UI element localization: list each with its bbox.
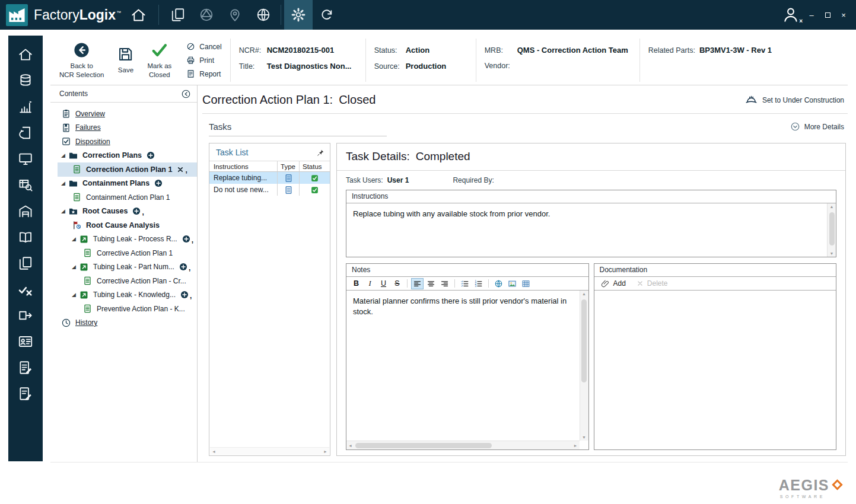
web-icon[interactable] <box>249 0 278 30</box>
document-copy-icon[interactable] <box>8 250 43 276</box>
remove-plan-button[interactable] <box>177 166 184 173</box>
tree-expander-icon[interactable]: ◢ <box>72 292 79 298</box>
tree-item-tubing-leak-part-num[interactable]: ◢Tubing Leak - Part Num..., <box>58 260 197 275</box>
add-plan-button[interactable] <box>147 151 155 160</box>
material-transfer-icon[interactable] <box>8 302 43 328</box>
process-monitor-icon[interactable] <box>8 146 43 172</box>
column-header-instructions[interactable]: Instructions <box>209 163 277 170</box>
tree-item-tubing-leak-process-r[interactable]: ◢Tubing Leak - Process R..., <box>58 232 197 247</box>
save-button[interactable]: Save <box>110 36 141 85</box>
tree-item-disposition[interactable]: Disposition <box>58 135 197 149</box>
add-plan-button[interactable] <box>182 235 190 243</box>
add-plan-button[interactable] <box>179 263 187 271</box>
notes-hscrollbar[interactable]: ◄► <box>346 441 580 449</box>
instructions-vscrollbar[interactable]: ▲▼ <box>827 203 836 257</box>
set-under-construction-button[interactable]: Set to Under Construction <box>745 94 844 106</box>
list-check-button[interactable] <box>459 278 471 289</box>
cancel-button[interactable]: Cancel <box>186 42 221 51</box>
tree-expander-icon[interactable]: ◢ <box>72 237 79 242</box>
insert-link-button[interactable] <box>492 278 505 289</box>
tree-expander-icon[interactable]: ◢ <box>61 153 68 158</box>
scroll-down-icon[interactable]: ▼ <box>582 435 586 439</box>
scroll-thumb[interactable] <box>829 212 835 245</box>
scroll-up-icon[interactable]: ▲ <box>582 292 586 296</box>
tree-item-containment-action-plan-1[interactable]: Containment Action Plan 1 <box>58 190 197 205</box>
tree-item-history[interactable]: History <box>58 316 197 330</box>
tasks-tab[interactable]: Tasks <box>209 122 231 132</box>
data-lookup-icon[interactable] <box>8 172 43 198</box>
tree-item-containment-plans[interactable]: ◢Containment Plans <box>58 177 197 191</box>
scroll-right-icon[interactable]: ► <box>323 449 327 454</box>
tree-item-corrective-action-plan-cr[interactable]: Corrective Action Plan - Cr... <box>58 274 197 288</box>
task-row[interactable]: Replace tubing... <box>209 172 330 184</box>
align-center-button[interactable] <box>425 278 437 289</box>
more-details-button[interactable]: More Details <box>790 122 844 132</box>
sync-icon[interactable] <box>313 0 341 30</box>
format-italic-button[interactable]: I <box>364 278 376 289</box>
format-strikethrough-button[interactable]: S <box>391 278 403 289</box>
tree-item-preventive-action-plan-k[interactable]: Preventive Action Plan - K... <box>58 302 197 316</box>
notes-vscrollbar[interactable]: ▲▼ <box>580 291 588 441</box>
insert-image-button[interactable] <box>506 278 518 289</box>
production-planning-icon[interactable] <box>8 94 43 120</box>
quality-check-icon[interactable] <box>8 276 43 302</box>
pin-icon[interactable] <box>317 149 324 157</box>
network-icon[interactable] <box>192 0 221 30</box>
add-plan-button[interactable] <box>132 207 141 215</box>
scroll-up-icon[interactable]: ▲ <box>830 205 834 209</box>
report-button[interactable]: Report <box>186 69 221 78</box>
maximize-button[interactable] <box>823 11 832 20</box>
settings-icon[interactable] <box>284 0 313 30</box>
align-left-button[interactable] <box>411 278 424 289</box>
format-bold-button[interactable]: B <box>350 278 362 289</box>
insert-table-button[interactable] <box>520 278 532 289</box>
scroll-left-icon[interactable]: ◄ <box>212 449 216 454</box>
tree-expander-icon[interactable]: ◢ <box>72 264 79 270</box>
back-to-ncr-button[interactable]: Back toNCR Selection <box>53 36 110 85</box>
add-plan-button[interactable] <box>180 291 189 299</box>
list-number-button[interactable]: 123 <box>472 278 485 289</box>
close-button[interactable]: × <box>839 11 848 20</box>
location-icon[interactable] <box>221 0 249 30</box>
tree-item-corrective-action-plan-1[interactable]: Corrective Action Plan 1 <box>58 246 197 260</box>
tree-item-root-causes[interactable]: ◢Root Causes, <box>58 205 197 219</box>
mark-as-closed-button[interactable]: Mark asClosed <box>141 36 178 85</box>
collapse-contents-icon[interactable] <box>181 89 191 99</box>
tree-item-correction-action-plan-1[interactable]: Correction Action Plan 1, <box>58 162 197 177</box>
notes-editor[interactable]: Material planner confirms there is still… <box>346 291 588 449</box>
scroll-thumb[interactable] <box>355 443 492 448</box>
tree-item-failures[interactable]: Failures <box>58 121 197 135</box>
home-icon[interactable] <box>8 42 43 68</box>
print-button[interactable]: Print <box>186 56 221 65</box>
data-management-icon[interactable] <box>8 68 43 94</box>
add-plan-button[interactable] <box>154 179 163 187</box>
tree-expander-icon[interactable]: ◢ <box>61 181 68 186</box>
library-icon[interactable] <box>8 224 43 250</box>
minimize-button[interactable]: – <box>807 11 816 20</box>
warehouse-icon[interactable] <box>8 198 43 224</box>
document-copy-icon[interactable] <box>164 0 192 30</box>
format-underline-button[interactable]: U <box>377 278 390 289</box>
tree-item-root-cause-analysis[interactable]: Root Cause Analysis <box>58 218 197 232</box>
id-badge-icon[interactable] <box>8 328 43 355</box>
align-right-button[interactable] <box>438 278 451 289</box>
scroll-down-icon[interactable]: ▼ <box>830 251 834 256</box>
revision-control-icon[interactable] <box>8 120 43 146</box>
add-attachment-button[interactable]: Add <box>601 279 626 288</box>
tree-item-overview[interactable]: Overview <box>58 107 197 121</box>
delete-attachment-button[interactable]: Delete <box>637 279 668 288</box>
user-account-icon[interactable]: × <box>782 6 800 24</box>
tree-item-correction-plans[interactable]: ◢Correction Plans <box>58 149 197 163</box>
task-list-hscrollbar[interactable]: ◄► <box>210 447 329 455</box>
task-row[interactable]: Do not use new... <box>209 184 330 196</box>
scroll-right-icon[interactable]: ► <box>574 444 578 448</box>
tree-expander-icon[interactable]: ◢ <box>61 209 68 214</box>
home-icon[interactable] <box>131 7 147 23</box>
document-edit-icon[interactable] <box>8 355 43 381</box>
scroll-left-icon[interactable]: ◄ <box>348 444 352 448</box>
document-compose-icon[interactable] <box>8 381 43 407</box>
column-header-status[interactable]: Status <box>299 161 330 171</box>
scroll-thumb[interactable] <box>581 299 587 382</box>
column-header-type[interactable]: Type <box>277 161 299 171</box>
tree-item-tubing-leak-knowledg[interactable]: ◢Tubing Leak - Knowledg..., <box>58 288 197 302</box>
